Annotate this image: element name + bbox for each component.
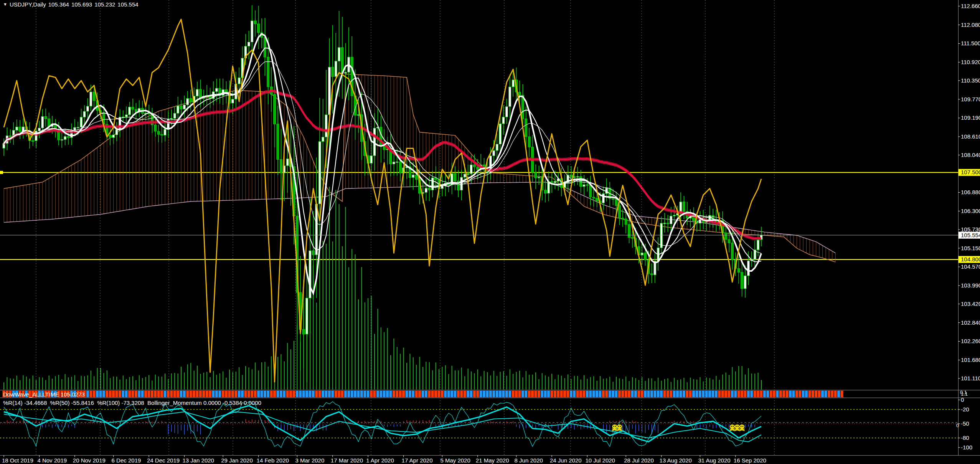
price-tick-label: 105.150: [961, 245, 980, 251]
price-tick-label: 108.040: [961, 152, 980, 158]
wpr-pane[interactable]: [0, 401, 958, 447]
wpr-axis-label: -80: [961, 434, 969, 441]
dowwave-axis-label: 1.1: [961, 391, 968, 397]
date-tick-label: 24 Dec 2019: [147, 457, 180, 464]
price-tick-label: 111.500: [961, 40, 980, 46]
main-price-pane[interactable]: [0, 5, 958, 390]
date-tick-label: 31 Aug 2020: [698, 457, 730, 464]
wpr-axis-label: -50: [961, 420, 969, 427]
price-axis[interactable]: 112.660112.080111.500110.920110.350109.7…: [956, 3, 980, 451]
yellow-overlay-line: [4, 19, 761, 382]
date-tick-label: 16 Sep 2020: [734, 457, 766, 464]
date-tick-label: 17 Mar 2020: [331, 457, 363, 464]
date-tick-label: 6 Dec 2019: [112, 457, 141, 464]
date-tick-label: 10 Jul 2020: [585, 457, 615, 464]
momentum-zero-label: 0: [956, 423, 959, 428]
price-tick-label: 104.570: [961, 263, 980, 270]
price-tick-label: 112.080: [961, 21, 980, 28]
date-tick-label: 13 Jan 2020: [182, 457, 214, 464]
chart-canvas[interactable]: 112.660112.080111.500110.920110.350109.7…: [0, 0, 980, 464]
symbol-period-label[interactable]: USDJPY,Daily: [10, 1, 46, 8]
price-tick-label: 109.770: [961, 96, 980, 102]
wpr-lines: [4, 401, 761, 447]
skull-icon: [739, 424, 745, 431]
wpr-axis-label: -100: [961, 444, 972, 451]
price-tick-label: 101.680: [961, 357, 980, 363]
quote-low: 105.232: [94, 1, 115, 8]
date-tick-label: 3 Mar 2020: [295, 457, 324, 464]
skull-icon: [734, 424, 740, 431]
date-tick-label: 28 Jul 2020: [624, 457, 654, 464]
skull-icon: [729, 424, 735, 431]
mt4-chart-window: 112.660112.080111.500110.920110.350109.7…: [0, 0, 980, 464]
price-tick-label: 106.880: [961, 189, 980, 195]
date-tick-label: 13 Aug 2020: [660, 457, 692, 464]
date-tick-label: 14 Feb 2020: [257, 457, 289, 464]
price-tick-label: 102.260: [961, 338, 980, 344]
hline-price-label: 104.800: [961, 256, 980, 263]
chevron-down-icon[interactable]: ▼: [3, 2, 7, 7]
time-axis[interactable]: 18 Oct 20194 Nov 201920 Nov 20196 Dec 20…: [2, 455, 766, 464]
date-tick-label: 17 Apr 2020: [402, 457, 433, 464]
current-price-label: 105.554: [961, 232, 980, 238]
price-tick-label: 101.110: [961, 375, 980, 381]
hline-anchor-handle[interactable]: [0, 171, 3, 174]
price-tick-label: 109.190: [961, 114, 980, 121]
price-tick-label: 102.840: [961, 319, 980, 326]
price-tick-label: 106.300: [961, 208, 980, 214]
date-tick-label: 20 Nov 2019: [73, 457, 106, 464]
skull-icon: [617, 424, 622, 431]
wpr-axis-label: -20: [961, 406, 969, 413]
quote-high: 105.693: [71, 1, 92, 8]
price-tick-label: 103.420: [961, 301, 980, 307]
date-tick-label: 24 Jun 2020: [550, 457, 582, 464]
ichimoku-cloud: [4, 74, 835, 262]
quote-bar: ▼ USDJPY,Daily 105.364 105.693 105.232 1…: [3, 1, 139, 8]
wpr-axis-label: 0: [961, 396, 964, 403]
price-tick-label: 110.920: [961, 59, 980, 65]
date-tick-label: 5 May 2020: [440, 457, 470, 464]
date-tick-label: 18 Oct 2019: [2, 457, 33, 464]
date-tick-label: 1 Apr 2020: [366, 457, 394, 464]
dowwave-panel[interactable]: [3, 391, 843, 397]
date-tick-label: 8 Jun 2020: [515, 457, 543, 464]
wpr-indicator-label: %R(14) -34.4668 %R(50) -55.8416 %R(100) …: [3, 400, 261, 406]
date-tick-label: 29 Jan 2020: [221, 457, 253, 464]
dowwave-indicator-label: DowWave_ALLLTIME 105.0273: [3, 391, 85, 398]
quote-open: 105.364: [48, 1, 69, 8]
price-tick-label: 103.990: [961, 282, 980, 289]
hline-price-label: 107.500: [961, 169, 980, 175]
grid-lines: [36, 0, 774, 455]
moving-averages: [4, 34, 761, 293]
price-tick-label: 112.660: [961, 3, 980, 9]
price-tick-label: 108.610: [961, 133, 980, 140]
quote-close: 105.554: [117, 1, 138, 8]
date-tick-label: 4 Nov 2019: [37, 457, 67, 464]
date-tick-label: 21 May 2020: [476, 457, 509, 464]
pane-separators: [0, 0, 980, 456]
price-tick-label: 110.350: [961, 77, 980, 84]
